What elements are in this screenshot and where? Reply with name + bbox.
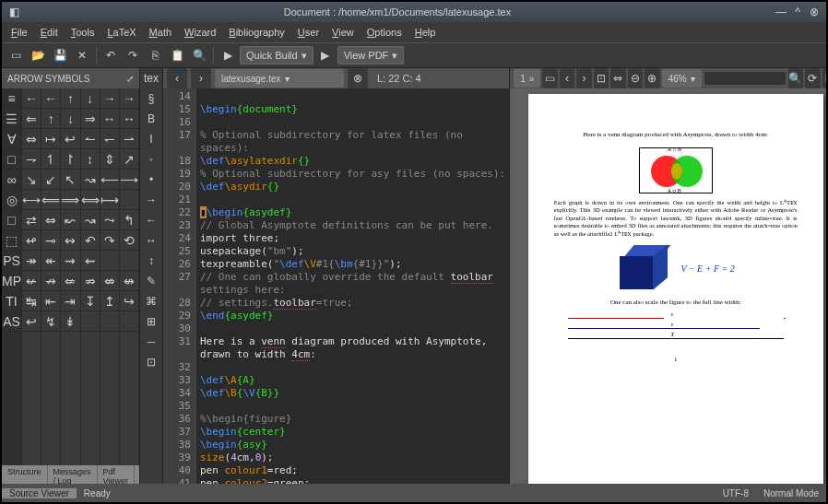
- menu-user[interactable]: User: [292, 25, 325, 40]
- menu-edit[interactable]: Edit: [35, 25, 64, 40]
- symbol-cell[interactable]: ↽: [101, 129, 119, 149]
- lefttab-messages-log[interactable]: Messages / Log: [48, 465, 98, 484]
- symbol-cell[interactable]: [101, 311, 119, 332]
- symbol-cell[interactable]: ⇐: [22, 109, 41, 129]
- symbol-cell[interactable]: ↓: [81, 88, 100, 109]
- symbol-cell[interactable]: ↡: [61, 311, 79, 332]
- symbol-cell[interactable]: [101, 251, 119, 271]
- editor-icon[interactable]: B: [140, 109, 162, 129]
- symbol-cell[interactable]: ↧: [81, 291, 100, 311]
- new-icon[interactable]: ▭: [6, 45, 26, 65]
- symbol-cell[interactable]: ⤳: [101, 210, 119, 230]
- fit-zoom-icon[interactable]: ⊡: [594, 68, 609, 88]
- symbol-cell[interactable]: ↗: [120, 149, 138, 170]
- menu-tools[interactable]: Tools: [65, 25, 101, 40]
- symbol-cell[interactable]: ⟲: [120, 230, 138, 251]
- editor-icon[interactable]: ─: [140, 332, 162, 352]
- symbol-cell[interactable]: ⇍: [61, 271, 79, 291]
- preview-viewport[interactable]: Here is a venn diagram produced with Asy…: [510, 88, 826, 484]
- editor-icon[interactable]: §: [140, 88, 162, 109]
- editor-icon[interactable]: ↕: [140, 251, 162, 271]
- menu-file[interactable]: File: [6, 25, 33, 40]
- symbol-cell[interactable]: →: [101, 88, 119, 109]
- editor-icon[interactable]: tex: [140, 68, 162, 88]
- code-area[interactable]: \begin{document}% Optional subdirectory …: [196, 88, 509, 484]
- symbol-cell[interactable]: ⟸: [41, 190, 60, 210]
- symbol-cell[interactable]: ⇤: [41, 291, 60, 311]
- symbol-cell[interactable]: ↶: [81, 230, 100, 251]
- symbol-cell[interactable]: →: [120, 88, 138, 109]
- symbol-cell[interactable]: ⇔: [41, 210, 60, 230]
- symbol-cell[interactable]: ↑: [41, 109, 60, 129]
- symbol-cell[interactable]: ∞: [2, 170, 21, 190]
- symbol-cell[interactable]: ⊸: [41, 230, 60, 251]
- symbol-cell[interactable]: ←: [41, 88, 60, 109]
- symbol-cell[interactable]: ⇀: [120, 129, 138, 149]
- symbol-cell[interactable]: ↘: [22, 170, 41, 190]
- symbol-cell[interactable]: ↷: [101, 230, 119, 251]
- symbol-cell[interactable]: ⇝: [61, 251, 79, 271]
- symbol-cell[interactable]: ↰: [120, 210, 138, 230]
- editor-icon[interactable]: ↔: [140, 230, 162, 251]
- prev-page-icon[interactable]: ‹: [560, 68, 574, 88]
- symbol-cell[interactable]: ↪: [120, 291, 138, 311]
- menu-bibliography[interactable]: Bibliography: [223, 25, 290, 40]
- maximize-icon[interactable]: ^: [791, 6, 804, 18]
- symbol-cell[interactable]: ↙: [41, 170, 60, 190]
- symbol-cell[interactable]: ↼: [81, 129, 100, 149]
- menu-view[interactable]: View: [326, 25, 360, 40]
- zoom-combo[interactable]: 46%▾: [662, 69, 702, 88]
- symbol-cell[interactable]: ↑: [61, 88, 79, 109]
- symbol-cell[interactable]: ⟵: [101, 170, 119, 190]
- symbol-cell[interactable]: □: [2, 210, 21, 230]
- symbol-cell[interactable]: ⟶: [120, 170, 138, 190]
- run-icon[interactable]: ▶: [218, 45, 238, 65]
- close-file-icon[interactable]: ✕: [72, 45, 92, 65]
- symbol-cell[interactable]: ↩: [61, 129, 79, 149]
- editor-icon[interactable]: →: [140, 190, 162, 210]
- prev-file-icon[interactable]: ‹: [167, 68, 187, 88]
- symbol-cell[interactable]: ⇔: [22, 129, 41, 149]
- paste-icon[interactable]: 📋: [167, 45, 187, 65]
- symbol-cell[interactable]: ⇁: [22, 149, 41, 170]
- symbol-cell[interactable]: ↔: [120, 109, 138, 129]
- editor-icon[interactable]: ✎: [140, 271, 162, 291]
- symbol-cell[interactable]: ◎: [2, 190, 21, 210]
- symbol-cell[interactable]: ⇥: [61, 291, 79, 311]
- next-file-icon[interactable]: ›: [191, 68, 211, 88]
- minimize-icon[interactable]: —: [775, 6, 787, 18]
- symbol-cell[interactable]: ↝: [81, 170, 100, 190]
- undo-icon[interactable]: ↶: [101, 45, 121, 65]
- symbol-cell[interactable]: ↩: [22, 311, 41, 332]
- symbol-cell[interactable]: ≡: [2, 88, 21, 109]
- symbol-cell[interactable]: MP: [2, 271, 21, 291]
- symbol-cell[interactable]: [120, 190, 138, 210]
- lefttab-pdf-viewer[interactable]: Pdf Viewer: [98, 465, 135, 484]
- symbol-cell[interactable]: PS: [2, 251, 21, 271]
- open-icon[interactable]: 📂: [28, 45, 48, 65]
- panel-expand-icon[interactable]: ⤢: [126, 74, 134, 84]
- symbol-cell[interactable]: ↭: [61, 230, 79, 251]
- page-up-icon[interactable]: ▭: [542, 68, 557, 88]
- symbol-cell[interactable]: TI: [2, 291, 21, 311]
- symbol-cell[interactable]: ☰: [2, 109, 21, 129]
- symbol-cell[interactable]: ⟹: [61, 190, 79, 210]
- symbol-cell[interactable]: [120, 311, 138, 332]
- editor-icon[interactable]: I: [140, 129, 162, 149]
- symbol-cell[interactable]: ↞: [41, 251, 60, 271]
- symbol-cell[interactable]: ⇎: [101, 271, 119, 291]
- next-page-icon[interactable]: ›: [576, 68, 591, 88]
- save-icon[interactable]: 💾: [50, 45, 70, 65]
- symbol-cell[interactable]: ⇄: [22, 210, 41, 230]
- symbol-cell[interactable]: ↦: [41, 129, 60, 149]
- redo-icon[interactable]: ↷: [123, 45, 143, 65]
- symbol-cell[interactable]: ⬚: [2, 230, 21, 251]
- symbol-cell[interactable]: ↚: [22, 271, 41, 291]
- symbol-cell[interactable]: ↖: [61, 170, 79, 190]
- editor-icon[interactable]: ⌘: [140, 291, 162, 311]
- quickbuild-combo[interactable]: Quick Build▾: [240, 46, 313, 64]
- symbol-cell[interactable]: ↠: [22, 251, 41, 271]
- close-icon[interactable]: ⊗: [808, 6, 821, 18]
- symbol-cell[interactable]: ↔: [101, 109, 119, 129]
- close-tab-icon[interactable]: ⊗: [348, 68, 368, 88]
